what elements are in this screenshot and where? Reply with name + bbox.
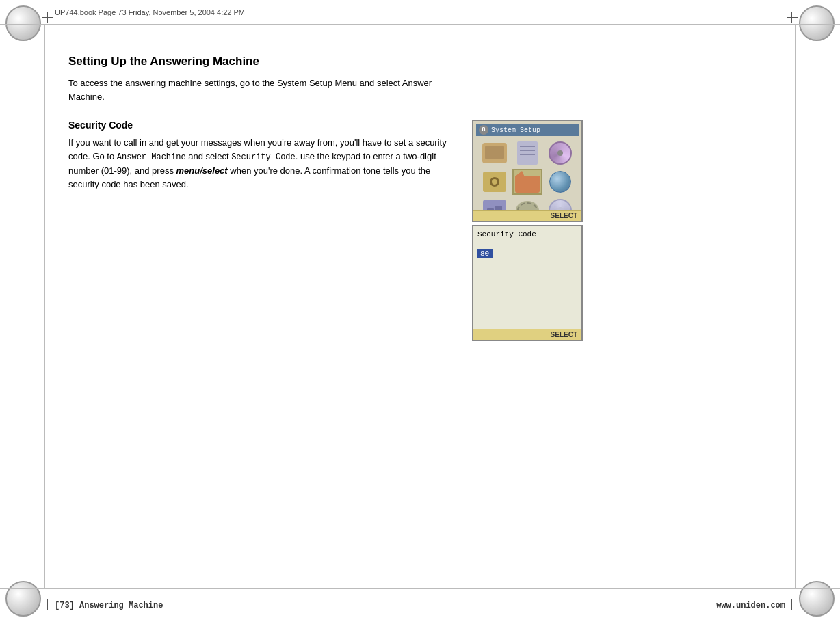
body-security-code: Security Code [231, 152, 296, 162]
icon-cell-7 [480, 198, 510, 210]
icon-cell-2 [512, 140, 542, 166]
screen1-title: System Setup [491, 126, 540, 134]
intro-text: To access the answering machine settings… [68, 77, 465, 103]
section-row: Security Code If you want to call in and… [68, 120, 772, 341]
icon-cell-3 [545, 140, 575, 166]
icon-cell-4 [480, 169, 510, 195]
icon-cell-9 [545, 198, 575, 210]
border-left [44, 25, 45, 588]
icon-cell-8 [512, 198, 542, 210]
footer-bar: [73] Answering Machine www.uniden.com [0, 588, 840, 622]
main-content: Setting Up the Answering Machine To acce… [68, 55, 772, 574]
body-answer-machine: Answer Machine [117, 152, 186, 162]
icon-cell-1 [480, 140, 510, 166]
icon-cell-5 [512, 169, 542, 195]
body-bold: menu/select [176, 165, 228, 176]
section-body: If you want to call in and get your mess… [68, 136, 451, 191]
screen1-body: 8 System Setup [473, 121, 581, 210]
footer-right: www.uniden.com [716, 601, 785, 610]
screen2-body: Security Code 80 [473, 226, 581, 329]
screen2-title: Security Code [477, 230, 577, 241]
screen2-device: Security Code 80 SELECT [472, 225, 583, 341]
screen1-titlebar: 8 System Setup [476, 124, 579, 136]
page-title: Setting Up the Answering Machine [68, 55, 772, 68]
screen2-select-bar: SELECT [473, 329, 581, 340]
screen1-device: 8 System Setup [472, 120, 583, 222]
section-heading: Security Code [68, 120, 451, 131]
screen1-select-bar: SELECT [473, 210, 581, 221]
section-text: Security Code If you want to call in and… [68, 120, 451, 191]
footer-left: [73] Answering Machine [55, 601, 163, 610]
screenshots-column: 8 System Setup [472, 120, 583, 341]
screen1-icons-grid [476, 140, 579, 210]
header-bar: UP744.book Page 73 Friday, November 5, 2… [0, 0, 840, 25]
body-text-2: and select [186, 151, 232, 161]
header-text: UP744.book Page 73 Friday, November 5, 2… [55, 8, 245, 16]
screen1-number: 8 [479, 125, 488, 135]
screen2-value: 80 [477, 249, 493, 258]
icon-cell-6 [545, 169, 575, 195]
border-right [795, 25, 796, 588]
